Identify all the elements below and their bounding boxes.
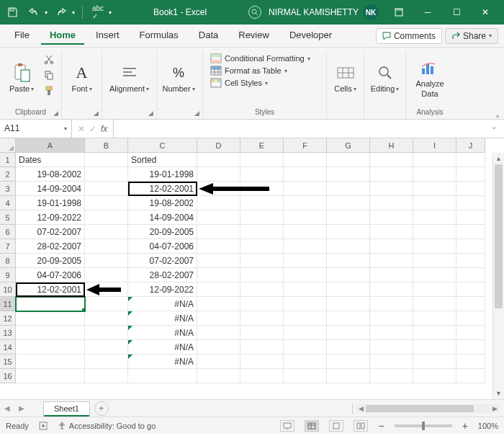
column-header-c[interactable]: C — [128, 138, 197, 153]
row-header[interactable]: 3 — [0, 182, 16, 196]
cell-f16[interactable] — [284, 369, 327, 383]
tab-developer[interactable]: Developer — [281, 27, 341, 45]
column-header-b[interactable]: B — [85, 138, 128, 153]
cell-f11[interactable] — [284, 297, 327, 311]
zoom-out-button[interactable]: − — [378, 420, 384, 432]
cell-d5[interactable] — [197, 210, 240, 225]
row-header[interactable]: 13 — [0, 326, 16, 340]
cell-i12[interactable] — [413, 311, 456, 326]
cell-c7[interactable]: 04-07-2006 — [128, 239, 197, 254]
cell-h4[interactable] — [370, 196, 413, 210]
horizontal-scrollbar[interactable]: ◀ ▶ — [356, 404, 500, 413]
search-icon[interactable] — [248, 6, 261, 19]
page-break-view-icon[interactable] — [354, 420, 368, 432]
cell-j10[interactable] — [456, 282, 485, 297]
cell-a14[interactable] — [16, 340, 85, 355]
cell-d9[interactable] — [197, 268, 240, 282]
cell-g9[interactable] — [327, 268, 370, 282]
enter-formula-icon[interactable]: ✓ — [89, 124, 96, 134]
cell-e2[interactable] — [240, 167, 284, 182]
cell-b13[interactable] — [85, 326, 128, 340]
cell-c2[interactable]: 19-01-1998 — [128, 167, 197, 182]
cell-i13[interactable] — [413, 326, 456, 340]
cell-g11[interactable] — [327, 297, 370, 311]
row-header[interactable]: 15 — [0, 355, 16, 369]
row-header[interactable]: 1 — [0, 153, 16, 167]
cell-a3[interactable]: 14-09-2004 — [16, 182, 85, 196]
cell-c16[interactable] — [128, 369, 197, 383]
cell-f15[interactable] — [284, 355, 327, 369]
row-header[interactable]: 6 — [0, 225, 16, 239]
cell-d14[interactable] — [197, 340, 240, 355]
cell-j16[interactable] — [456, 369, 485, 383]
close-button[interactable]: ✕ — [471, 0, 500, 24]
cell-e12[interactable] — [240, 311, 284, 326]
cell-h2[interactable] — [370, 167, 413, 182]
name-box[interactable]: A11 ▾ — [0, 120, 72, 138]
cell-e7[interactable] — [240, 239, 284, 254]
cell-i15[interactable] — [413, 355, 456, 369]
cell-b4[interactable] — [85, 196, 128, 210]
cell-h8[interactable] — [370, 254, 413, 268]
column-header-j[interactable]: J — [456, 138, 485, 153]
column-header-a[interactable]: A — [16, 138, 85, 153]
tab-formulas[interactable]: Formulas — [131, 27, 187, 45]
cell-f14[interactable] — [284, 340, 327, 355]
cell-a1[interactable]: Dates — [16, 153, 85, 167]
zoom-in-button[interactable]: + — [462, 420, 468, 432]
cell-g12[interactable] — [327, 311, 370, 326]
cell-j15[interactable] — [456, 355, 485, 369]
font-button[interactable]: A Font ▾ — [66, 52, 97, 104]
row-header[interactable]: 8 — [0, 254, 16, 268]
cell-f13[interactable] — [284, 326, 327, 340]
alignment-dialog-launcher[interactable]: ◢ — [146, 109, 155, 117]
collapse-ribbon-icon[interactable]: ˬ — [495, 107, 500, 117]
cell-c6[interactable]: 20-09-2005 — [128, 225, 197, 239]
cell-j2[interactable] — [456, 167, 485, 182]
copy-icon[interactable] — [42, 68, 56, 82]
conditional-formatting-button[interactable]: Conditional Formatting ▾ — [210, 53, 310, 63]
cell-g2[interactable] — [327, 167, 370, 182]
cell-h1[interactable] — [370, 153, 413, 167]
cell-e10[interactable] — [240, 282, 284, 297]
cell-f8[interactable] — [284, 254, 327, 268]
insert-function-icon[interactable]: fx — [101, 124, 107, 134]
format-as-table-button[interactable]: Format as Table ▾ — [210, 66, 310, 76]
cell-g13[interactable] — [327, 326, 370, 340]
cell-e13[interactable] — [240, 326, 284, 340]
scroll-left-icon[interactable]: ◀ — [356, 405, 366, 412]
cell-e3[interactable] — [240, 182, 284, 196]
cell-b2[interactable] — [85, 167, 128, 182]
cell-h5[interactable] — [370, 210, 413, 225]
cell-g7[interactable] — [327, 239, 370, 254]
column-header-g[interactable]: G — [327, 138, 370, 153]
cell-i8[interactable] — [413, 254, 456, 268]
number-button[interactable]: % Number ▾ — [161, 52, 196, 104]
cell-a8[interactable]: 20-09-2005 — [16, 254, 85, 268]
cell-g3[interactable] — [327, 182, 370, 196]
cell-h6[interactable] — [370, 225, 413, 239]
cell-a2[interactable]: 19-08-2002 — [16, 167, 85, 182]
sheet-nav-prev-icon[interactable]: ◀ — [0, 404, 14, 412]
row-header[interactable]: 11 — [0, 297, 16, 311]
cell-b14[interactable] — [85, 340, 128, 355]
cell-d7[interactable] — [197, 239, 240, 254]
cell-c10[interactable]: 12-09-2022 — [128, 282, 197, 297]
undo-dropdown[interactable]: ▾ — [45, 9, 48, 16]
cell-f3[interactable] — [284, 182, 327, 196]
cell-i6[interactable] — [413, 225, 456, 239]
cell-f1[interactable] — [284, 153, 327, 167]
cell-g1[interactable] — [327, 153, 370, 167]
cells-button[interactable]: Cells ▾ — [331, 52, 359, 104]
cell-h11[interactable] — [370, 297, 413, 311]
avatar[interactable]: NK — [363, 4, 379, 20]
cell-b5[interactable] — [85, 210, 128, 225]
cell-e6[interactable] — [240, 225, 284, 239]
format-painter-icon[interactable] — [42, 84, 56, 98]
cell-c1[interactable]: Sorted — [128, 153, 197, 167]
cell-g16[interactable] — [327, 369, 370, 383]
row-header[interactable]: 2 — [0, 167, 16, 182]
cell-c15[interactable]: #N/A — [128, 355, 197, 369]
cell-i5[interactable] — [413, 210, 456, 225]
cell-j1[interactable] — [456, 153, 485, 167]
